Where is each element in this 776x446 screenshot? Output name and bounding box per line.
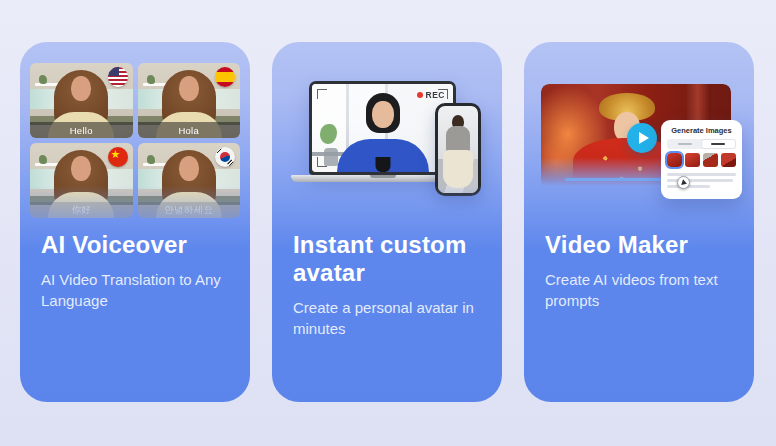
generated-thumbnail	[685, 153, 700, 167]
generated-thumbnail	[703, 153, 718, 167]
play-icon	[627, 123, 657, 153]
card-description: Create AI videos from text prompts	[545, 269, 738, 312]
tab-image	[668, 140, 702, 148]
video-thumbnail-chinese: ★ 你好	[30, 143, 133, 218]
rec-label: REC	[426, 90, 445, 100]
korea-flag-icon	[215, 147, 235, 167]
subtitle-caption: Hola	[138, 122, 241, 138]
spain-flag-icon	[215, 67, 235, 87]
feature-card-ai-voiceover[interactable]: Hello Hola ★	[20, 42, 250, 402]
panel-tabs	[667, 139, 736, 149]
generated-thumbnail	[721, 153, 736, 167]
phone-illustration	[435, 103, 481, 196]
card-description: AI Video Translation to Any Language	[41, 269, 234, 312]
voiceover-artwork: Hello Hola ★	[20, 42, 250, 247]
card-title: Instant custom avatar	[293, 231, 486, 287]
viewfinder-bracket	[317, 157, 327, 167]
panel-title: Generate Images	[667, 126, 736, 135]
laptop-illustration: REC	[309, 81, 456, 175]
china-flag-icon: ★	[108, 147, 128, 167]
card-description: Create a personal avatar in minutes	[293, 297, 486, 340]
feature-card-instant-custom-avatar[interactable]: REC Instant custom avatar Create a perso…	[272, 42, 502, 402]
video-maker-artwork: Generate Images	[524, 42, 754, 247]
card-title: Video Maker	[545, 231, 738, 259]
viewfinder-bracket	[317, 89, 327, 99]
recording-indicator: REC	[417, 90, 445, 100]
cursor-click-icon	[677, 176, 690, 189]
avatar-artwork: REC	[272, 42, 502, 247]
generated-thumbnail-selected	[667, 153, 682, 167]
video-thumbnail-english: Hello	[30, 63, 133, 138]
us-flag-icon	[108, 67, 128, 87]
rec-dot-icon	[417, 92, 423, 98]
feature-card-video-maker[interactable]: Generate Images Video Maker Create AI vi…	[524, 42, 754, 402]
tab-video	[702, 140, 736, 148]
generated-thumbnails	[667, 153, 736, 167]
phone-screen	[438, 106, 478, 193]
video-thumbnail-korean: 안녕하세요	[138, 143, 241, 218]
video-thumbnail-spanish: Hola	[138, 63, 241, 138]
translation-thumbnail-grid: Hello Hola ★	[30, 63, 240, 218]
generate-images-panel: Generate Images	[661, 120, 742, 199]
subtitle-caption: 안녕하세요	[138, 202, 241, 218]
laptop-screen: REC	[312, 84, 453, 172]
card-title: AI Voiceover	[41, 231, 234, 259]
subtitle-caption: 你好	[30, 202, 133, 218]
subtitle-caption: Hello	[30, 122, 133, 138]
